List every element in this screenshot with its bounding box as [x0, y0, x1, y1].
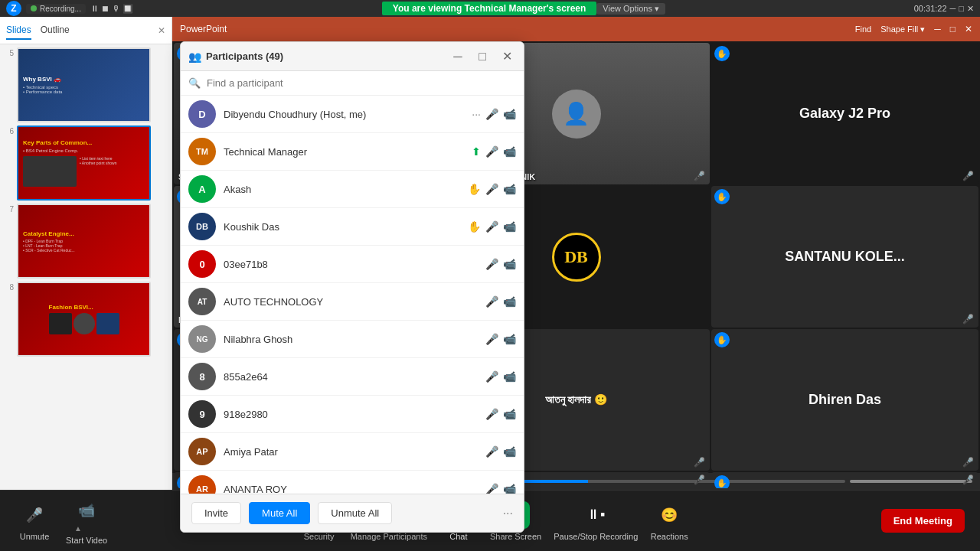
toolbar-left: 🎤 Unmute 📹 ▲ Start Video	[15, 497, 107, 545]
mic-icon[interactable]: 🎤	[485, 333, 498, 345]
ppt-ribbon-tools: Find Shape Fill ▾ ─ □ ✕	[855, 24, 972, 34]
participant-name: Koushik Das	[224, 221, 460, 233]
video-muted-icon[interactable]: 📹	[503, 483, 516, 494]
slide-item[interactable]: 8 Fashion BSVI...	[3, 282, 168, 357]
participant-actions: ✋ 🎤 📹	[468, 183, 516, 195]
panel-title-text: Participants (49)	[206, 51, 283, 62]
mic-muted-icon[interactable]: 🎤	[485, 483, 498, 494]
video-icon[interactable]: 📹	[503, 258, 516, 270]
cell-hand-galaxy: ✋	[714, 46, 730, 61]
cell-hand-panku: ✋	[714, 475, 730, 488]
zoom-icon: Z	[6, 1, 21, 16]
mic-icon[interactable]: 🎤	[485, 258, 498, 270]
participant-avatar: TM	[188, 138, 216, 165]
window-maximize[interactable]: □	[959, 4, 964, 13]
cell-mic-dhiren: 🎤	[962, 457, 974, 468]
video-icon[interactable]: 📹	[503, 333, 516, 345]
participant-name: Amiya Patar	[224, 446, 478, 458]
zoom-banner: You are viewing Technical Manager's scre…	[382, 2, 597, 15]
ppt-title: PowerPoint	[180, 24, 227, 34]
recording-dot	[31, 5, 37, 11]
end-meeting-button[interactable]: End Meeting	[881, 509, 965, 533]
toolbar-right: End Meeting	[881, 509, 965, 533]
reactions-icon: 😊	[655, 501, 683, 529]
participant-row: DB Koushik Das ✋ 🎤 📹	[181, 208, 524, 246]
video-muted-icon[interactable]: 📹	[503, 295, 516, 308]
participant-avatar: AP	[188, 438, 216, 465]
unmute-label: Unmute	[20, 532, 50, 541]
unmute-icon: 🎤	[21, 501, 48, 529]
slide-item[interactable]: 7 Catalyst Engine... • DPF - Lean Burn T…	[3, 204, 168, 279]
cell-mic-manik: 🎤	[694, 474, 705, 485]
hand-icon: ✋	[468, 183, 481, 195]
mic-muted-icon[interactable]: 🎤	[485, 408, 498, 420]
participant-avatar: 8	[188, 363, 216, 390]
close-panel-btn[interactable]: ✕	[158, 25, 165, 36]
more-options-btn[interactable]: ···	[503, 507, 513, 520]
mic-muted-icon[interactable]: 🎤	[485, 220, 498, 233]
mic-icon[interactable]: 🎤	[485, 145, 498, 158]
mic-icon[interactable]: 🎤	[485, 295, 498, 308]
share-screen-label: Share Screen	[490, 532, 541, 541]
video-icon[interactable]: 📹	[503, 220, 516, 233]
ppt-close[interactable]: ✕	[965, 24, 972, 34]
invite-button[interactable]: Invite	[191, 502, 241, 524]
slide-list: 5 Why BSVI 🚗 • Technical specs • Perform…	[0, 44, 172, 490]
top-bar-left: Z Recording... ⏸ ⏹ 🎙 🔲	[6, 1, 133, 16]
top-bar-center: You are viewing Technical Manager's scre…	[382, 2, 665, 15]
start-video-button[interactable]: 📹 ▲ Start Video	[66, 497, 107, 545]
video-icon[interactable]: 📹	[503, 145, 516, 158]
search-icon: 🔍	[188, 77, 201, 89]
video-muted-icon[interactable]: 📹	[503, 408, 516, 420]
video-icon[interactable]: 📹	[503, 183, 516, 195]
pause-recording-icon: ⏸▪	[582, 501, 609, 529]
participant-actions: 🎤 📹	[485, 258, 516, 270]
participant-name: Akash	[224, 184, 460, 195]
panel-maximize-btn[interactable]: □	[473, 47, 492, 66]
screen-share-icon[interactable]: ⬆	[472, 145, 481, 158]
participant-actions: 🎤 📹	[485, 333, 516, 345]
cell-mic-chiradip: 🎤	[694, 171, 705, 181]
participant-row: 9 918e2980 🎤 📹	[181, 396, 524, 433]
mic-muted-icon[interactable]: 🎤	[485, 370, 498, 383]
outline-tab[interactable]: Outline	[41, 21, 70, 40]
mute-all-button[interactable]: Mute All	[249, 502, 310, 524]
video-icon[interactable]: 📹	[503, 370, 516, 383]
window-minimize[interactable]: ─	[950, 4, 956, 13]
slide-item[interactable]: 5 Why BSVI 🚗 • Technical specs • Perform…	[3, 47, 168, 122]
participant-row: NG Nilabhra Ghosh 🎤 📹	[181, 321, 524, 358]
galaxy-label: Galaxy J2 Pro	[799, 106, 890, 122]
participants-list: D Dibyendu Choudhury (Host, me) ··· 🎤 📹 …	[181, 96, 524, 494]
participant-row: 8 855a2e64 🎤 📹	[181, 358, 524, 396]
slides-tab[interactable]: Slides	[6, 21, 31, 40]
video-icon[interactable]: 📹	[503, 108, 516, 120]
security-label: Security	[304, 532, 335, 541]
participant-avatar: DB	[188, 213, 216, 240]
start-video-label: Start Video	[66, 536, 107, 545]
participant-avatar: D	[188, 100, 216, 128]
ppt-minimize[interactable]: ─	[934, 24, 941, 34]
video-muted-icon[interactable]: 📹	[503, 445, 516, 458]
participant-row: TM Technical Manager ⬆ 🎤 📹	[181, 133, 524, 171]
ppt-restore[interactable]: □	[950, 24, 956, 34]
video-cell-galaxy: Galaxy J2 Pro 🎤 ✋	[711, 43, 978, 184]
participant-name: 918e2980	[224, 409, 478, 420]
more-icon[interactable]: ···	[472, 108, 481, 120]
panel-minimize-btn[interactable]: ─	[449, 47, 467, 66]
shape-fill-btn[interactable]: Shape Fill ▾	[880, 24, 925, 34]
find-btn[interactable]: Find	[855, 24, 871, 34]
unmute-all-button[interactable]: Unmute All	[318, 502, 392, 524]
search-input[interactable]	[207, 77, 516, 89]
dhiren-label: Dhiren Das	[808, 392, 881, 408]
unmute-button[interactable]: 🎤 Unmute	[15, 501, 54, 541]
panel-close-btn[interactable]: ✕	[498, 47, 516, 66]
mic-muted-icon[interactable]: 🎤	[485, 445, 498, 458]
pause-recording-button[interactable]: ⏸▪ Pause/Stop Recording	[554, 501, 638, 541]
slide-item[interactable]: 6 Key Parts of Common... • BS4 Petrol En…	[3, 126, 168, 201]
reactions-button[interactable]: 😊 Reactions	[650, 501, 688, 541]
view-options-button[interactable]: View Options ▾	[596, 3, 665, 15]
participant-name: ANANTA ROY	[224, 484, 478, 494]
window-close[interactable]: ✕	[967, 4, 974, 14]
mic-muted-icon[interactable]: 🎤	[485, 183, 498, 195]
mic-icon[interactable]: 🎤	[485, 108, 498, 120]
